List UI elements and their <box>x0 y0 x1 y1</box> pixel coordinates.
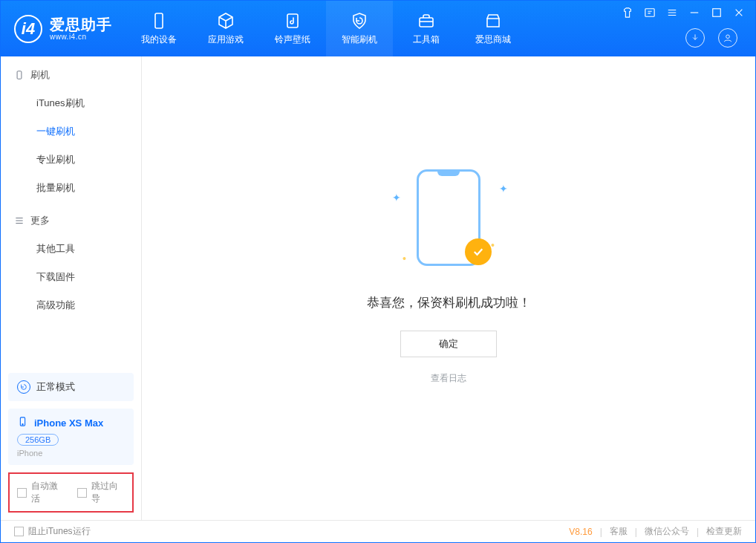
header-right <box>685 28 737 48</box>
link-support[interactable]: 客服 <box>610 525 628 538</box>
nav-smart-flash[interactable]: 智能刷机 <box>326 1 393 56</box>
checkbox-icon <box>17 488 27 498</box>
nav-label: 我的设备 <box>141 33 177 46</box>
menu-icon[interactable] <box>666 7 678 19</box>
nav-label: 铃声壁纸 <box>275 33 310 46</box>
phone-icon <box>17 416 28 429</box>
close-button[interactable] <box>733 7 745 19</box>
nav-apps-games[interactable]: 应用游戏 <box>192 1 259 56</box>
svg-point-3 <box>726 35 730 39</box>
sparkle-icon: ✦ <box>499 183 508 195</box>
sidebar-item-batch-flash[interactable]: 批量刷机 <box>1 174 141 202</box>
link-check-update[interactable]: 检查更新 <box>706 525 742 538</box>
account-button[interactable] <box>718 28 737 48</box>
notch-icon <box>437 170 460 176</box>
sidebar-item-itunes-flash[interactable]: iTunes刷机 <box>1 89 141 117</box>
sidebar-section-flash: 刷机 <box>1 56 141 89</box>
checkbox-icon <box>14 527 24 536</box>
checkbox-block-itunes[interactable]: 阻止iTunes运行 <box>14 525 91 538</box>
sidebar-item-oneclick-flash[interactable]: 一键刷机 <box>1 117 141 146</box>
statusbar: 阻止iTunes运行 V8.16 | 客服 | 微信公众号 | 检查更新 <box>1 520 755 542</box>
brand-site: www.i4.cn <box>50 33 112 41</box>
success-illustration: ✦ ✦ • • <box>389 169 508 273</box>
mode-label: 正常模式 <box>36 380 75 394</box>
device-name: iPhone XS Max <box>34 417 103 429</box>
maximize-button[interactable] <box>711 7 723 19</box>
nav-label: 爱思商城 <box>475 33 511 46</box>
view-log-link[interactable]: 查看日志 <box>431 372 466 385</box>
checkbox-skip-wizard[interactable]: 跳过向导 <box>77 480 126 505</box>
logo-icon: i4 <box>14 15 42 43</box>
device-icon <box>150 12 168 30</box>
device-card[interactable]: iPhone XS Max 256GB iPhone <box>8 409 134 465</box>
checkbox-label: 跳过向导 <box>91 480 126 505</box>
music-file-icon <box>284 12 302 30</box>
logo-area: i4 爱思助手 www.i4.cn <box>1 1 126 56</box>
link-wechat[interactable]: 微信公众号 <box>645 525 689 538</box>
titlebar: i4 爱思助手 www.i4.cn 我的设备 应用游戏 铃声壁纸 <box>1 1 755 56</box>
ok-button[interactable]: 确定 <box>400 331 497 357</box>
statusbar-right: V8.16 | 客服 | 微信公众号 | 检查更新 <box>569 525 742 538</box>
sparkle-icon: ✦ <box>392 192 401 204</box>
separator: | <box>697 527 699 537</box>
phone-outline-icon <box>14 70 25 80</box>
checkbox-icon <box>77 488 87 498</box>
section-title: 更多 <box>30 214 50 227</box>
nav-ringtones[interactable]: 铃声壁纸 <box>259 1 326 56</box>
separator: | <box>635 527 637 537</box>
skin-icon[interactable] <box>622 7 633 19</box>
main-panel: ✦ ✦ • • 恭喜您，保资料刷机成功啦！ 确定 查看日志 <box>142 56 755 520</box>
svg-rect-1 <box>287 14 298 27</box>
check-badge-icon <box>465 238 492 265</box>
checkbox-label: 阻止iTunes运行 <box>28 525 91 538</box>
content: 刷机 iTunes刷机 一键刷机 专业刷机 批量刷机 更多 其他工具 下载固件 … <box>1 56 755 520</box>
svg-rect-5 <box>713 9 721 17</box>
phone-illustration <box>417 169 480 266</box>
statusbar-left: 阻止iTunes运行 <box>14 525 91 538</box>
toolbox-icon <box>417 12 435 30</box>
nav-toolbox[interactable]: 工具箱 <box>393 1 460 56</box>
store-icon <box>484 12 502 30</box>
sidebar-item-download-firmware[interactable]: 下载固件 <box>1 263 141 291</box>
separator: | <box>600 527 602 537</box>
refresh-circle-icon <box>17 380 30 394</box>
device-type: iPhone <box>17 449 125 458</box>
feedback-icon[interactable] <box>644 7 656 19</box>
cube-icon <box>217 12 235 30</box>
checkbox-label: 自动激活 <box>31 480 65 505</box>
brand-name: 爱思助手 <box>50 16 112 33</box>
top-nav: 我的设备 应用游戏 铃声壁纸 智能刷机 工具箱 <box>126 1 527 56</box>
svg-rect-4 <box>645 9 654 17</box>
device-capacity: 256GB <box>17 434 59 446</box>
svg-point-8 <box>22 424 23 425</box>
sidebar-item-pro-flash[interactable]: 专业刷机 <box>1 146 141 174</box>
success-message: 恭喜您，保资料刷机成功啦！ <box>367 294 531 311</box>
logo-text: 爱思助手 www.i4.cn <box>50 16 112 41</box>
highlight-options: 自动激活 跳过向导 <box>8 472 134 513</box>
download-button[interactable] <box>685 28 705 48</box>
nav-store[interactable]: 爱思商城 <box>460 1 527 56</box>
window-controls <box>622 7 745 19</box>
shield-refresh-icon <box>351 12 368 30</box>
checkbox-auto-activate[interactable]: 自动激活 <box>17 480 65 505</box>
sidebar-item-other-tools[interactable]: 其他工具 <box>1 235 141 263</box>
svg-rect-6 <box>17 71 22 79</box>
list-icon <box>14 215 25 226</box>
minimize-button[interactable] <box>688 7 700 19</box>
svg-rect-0 <box>155 13 163 28</box>
sidebar-item-advanced[interactable]: 高级功能 <box>1 291 141 319</box>
sparkle-icon: • <box>403 253 406 264</box>
nav-my-device[interactable]: 我的设备 <box>126 1 192 56</box>
section-title: 刷机 <box>30 68 50 82</box>
mode-card[interactable]: 正常模式 <box>8 373 134 401</box>
svg-rect-2 <box>420 18 433 27</box>
nav-label: 工具箱 <box>413 33 440 46</box>
version-label: V8.16 <box>569 527 592 537</box>
nav-label: 应用游戏 <box>208 33 244 46</box>
sidebar: 刷机 iTunes刷机 一键刷机 专业刷机 批量刷机 更多 其他工具 下载固件 … <box>1 56 142 520</box>
sidebar-section-more: 更多 <box>1 202 141 235</box>
nav-label: 智能刷机 <box>342 33 377 46</box>
